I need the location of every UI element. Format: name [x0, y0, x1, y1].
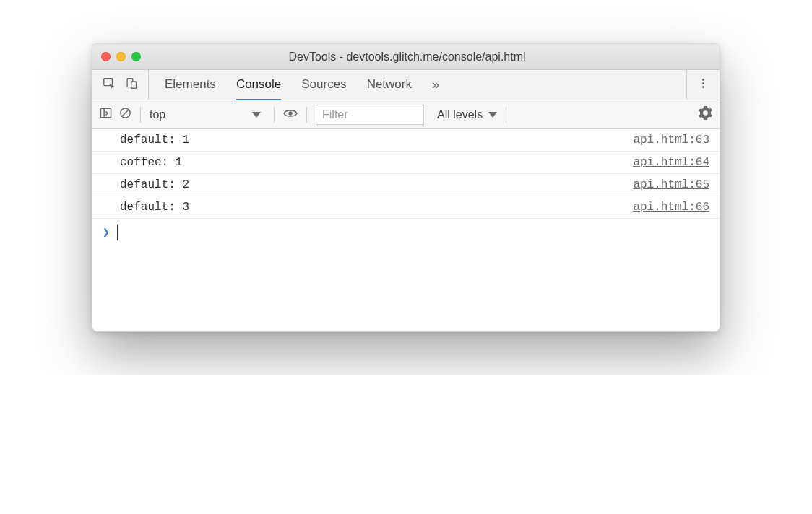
panel-tabs: Elements Console Sources Network »: [149, 70, 686, 100]
log-message: default: 1: [120, 134, 189, 147]
svg-rect-0: [104, 79, 113, 86]
devtools-window: DevTools - devtools.glitch.me/console/ap…: [92, 43, 720, 332]
console-body: default: 1 api.html:63 coffee: 1 api.htm…: [92, 129, 720, 331]
toolbar-left-zone: [92, 70, 149, 100]
panel-tabs-bar: Elements Console Sources Network »: [92, 70, 720, 100]
titlebar: DevTools - devtools.glitch.me/console/ap…: [92, 44, 720, 70]
filter-placeholder: Filter: [322, 108, 348, 121]
prompt-caret-icon: ❯: [103, 225, 110, 240]
console-toolbar: top Filter All levels: [92, 100, 720, 129]
console-log-entry: default: 2 api.html:65: [92, 174, 720, 196]
console-prompt[interactable]: ❯: [92, 219, 720, 246]
console-log-entry: default: 3 api.html:66: [92, 196, 720, 219]
console-log-list: default: 1 api.html:63 coffee: 1 api.htm…: [92, 129, 720, 219]
separator: [140, 107, 141, 123]
device-toggle-icon[interactable]: [126, 77, 138, 93]
context-selector[interactable]: top: [150, 108, 265, 121]
log-message: default: 2: [120, 178, 189, 191]
svg-point-10: [288, 111, 292, 115]
console-sidebar-toggle-icon[interactable]: [100, 107, 112, 122]
log-source-link[interactable]: api.html:64: [633, 156, 709, 169]
console-input[interactable]: [125, 226, 709, 239]
log-source-link[interactable]: api.html:66: [633, 201, 709, 214]
dropdown-caret-icon: [488, 112, 497, 118]
element-picker-icon[interactable]: [103, 77, 116, 93]
window-title: DevTools - devtools.glitch.me/console/ap…: [103, 51, 711, 64]
svg-point-4: [702, 82, 704, 84]
console-log-entry: coffee: 1 api.html:64: [92, 152, 720, 174]
log-message: coffee: 1: [120, 156, 182, 169]
tab-network[interactable]: Network: [367, 70, 412, 100]
log-level-selector[interactable]: All levels: [437, 108, 497, 121]
console-log-entry: default: 1 api.html:63: [92, 129, 720, 152]
tab-sources[interactable]: Sources: [301, 70, 346, 100]
context-selector-value: top: [150, 108, 165, 121]
separator: [274, 107, 275, 123]
log-message: default: 3: [120, 201, 189, 214]
svg-rect-2: [131, 81, 137, 87]
dropdown-caret-icon: [252, 112, 261, 118]
tab-console[interactable]: Console: [236, 70, 281, 100]
log-source-link[interactable]: api.html:65: [633, 178, 709, 191]
svg-point-5: [702, 86, 704, 88]
clear-console-icon[interactable]: [119, 107, 131, 122]
separator: [506, 107, 506, 123]
separator: [306, 107, 307, 123]
more-options-icon[interactable]: [697, 77, 709, 93]
live-expression-icon[interactable]: [283, 108, 298, 121]
console-settings-icon[interactable]: [699, 106, 712, 123]
toolbar-right-zone: [686, 70, 720, 100]
log-level-label: All levels: [437, 108, 483, 121]
svg-point-3: [702, 78, 704, 80]
tabs-overflow-button[interactable]: »: [432, 70, 439, 100]
text-cursor: [117, 225, 118, 240]
svg-rect-6: [100, 108, 111, 117]
log-source-link[interactable]: api.html:63: [633, 134, 709, 147]
tab-elements[interactable]: Elements: [165, 70, 216, 100]
svg-line-9: [122, 110, 129, 116]
filter-input[interactable]: Filter: [316, 105, 424, 125]
